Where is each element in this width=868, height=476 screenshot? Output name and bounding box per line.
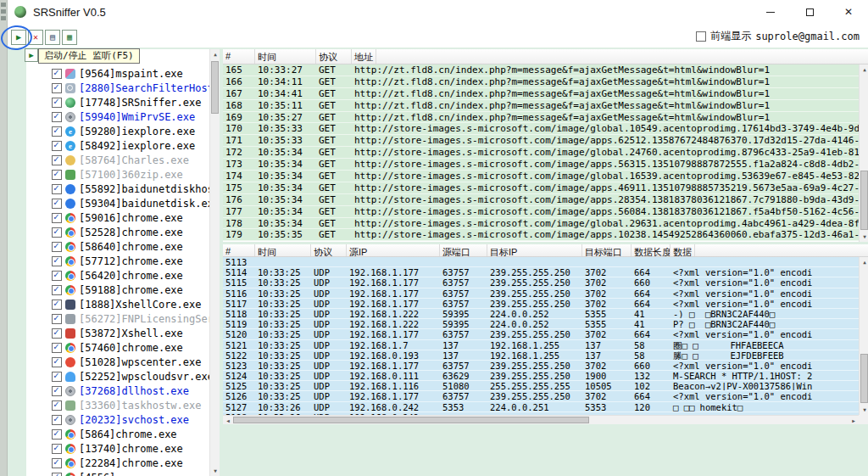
http-row[interactable]: 173 10:35:34 GET http://store-images.s-m… xyxy=(223,159,859,171)
maximize-button[interactable] xyxy=(790,0,829,24)
column-header-time[interactable]: 时间 xyxy=(255,244,311,256)
http-row[interactable]: 178 10:35:34 GET http://store-images.s-m… xyxy=(223,218,859,230)
packet-row[interactable]: 5114 10:33:25 UDP 192.168.1.177 63757 23… xyxy=(223,267,859,277)
scroll-down-icon[interactable] xyxy=(860,405,868,415)
process-checkbox[interactable] xyxy=(52,400,62,411)
http-row[interactable]: 167 10:34:41 GET http://zt.fld8.cn/index… xyxy=(223,88,859,100)
process-item[interactable]: [57100]360zip.exe xyxy=(26,167,220,182)
column-header-src-ip[interactable]: 源IP xyxy=(347,244,440,256)
process-checkbox[interactable] xyxy=(52,69,62,79)
process-checkbox[interactable] xyxy=(52,184,62,194)
http-row[interactable]: 169 10:35:27 GET http://zt.fld8.cn/index… xyxy=(223,112,859,124)
process-item[interactable]: [20232]svchost.exe xyxy=(26,412,220,427)
process-tree-scrollbar[interactable] xyxy=(209,49,220,476)
process-checkbox[interactable] xyxy=(52,141,62,151)
column-header-proto[interactable]: 协议 xyxy=(316,49,352,64)
scroll-up-icon[interactable] xyxy=(210,49,220,59)
scroll-down-icon[interactable] xyxy=(210,466,220,476)
scroll-right-icon[interactable] xyxy=(849,416,859,424)
process-item[interactable]: [17748]SRSniffer.exe xyxy=(26,95,220,109)
process-checkbox[interactable] xyxy=(52,242,62,252)
column-header-url[interactable]: 地址 xyxy=(352,49,376,64)
packet-row[interactable]: 5116 10:33:25 UDP 192.168.1.177 63757 23… xyxy=(223,288,859,299)
process-item[interactable]: [57460]chrome.exe xyxy=(26,340,220,355)
http-table-scrollbar[interactable] xyxy=(859,64,868,242)
process-checkbox[interactable] xyxy=(52,199,62,209)
process-item[interactable]: [56272]FNPLicensingService xyxy=(26,311,220,326)
process-checkbox[interactable] xyxy=(52,429,62,440)
process-checkbox[interactable] xyxy=(52,300,62,310)
process-checkbox[interactable] xyxy=(52,83,62,93)
process-item[interactable]: [58492]iexplore.exe xyxy=(26,138,220,153)
process-item[interactable]: [53872]Xshell.exe xyxy=(26,326,220,340)
process-checkbox[interactable] xyxy=(52,473,62,476)
process-checkbox[interactable] xyxy=(52,126,62,137)
http-row[interactable]: 168 10:35:11 GET http://zt.fld8.cn/index… xyxy=(223,100,859,112)
process-item[interactable]: [59304]baidunetdisk.exe xyxy=(26,196,220,210)
packet-table-hscrollbar[interactable] xyxy=(223,415,859,424)
process-item[interactable]: [22284]chrome.exe xyxy=(26,456,220,470)
frontend-display-checkbox[interactable] xyxy=(696,31,706,42)
process-item[interactable]: [52528]chrome.exe xyxy=(26,225,220,239)
packet-hscroll-thumb[interactable] xyxy=(233,417,589,423)
process-item[interactable]: [52252]wpscloudsvr.exe xyxy=(26,369,220,384)
column-header-dst-port[interactable]: 目标端口 xyxy=(582,244,632,256)
process-checkbox[interactable] xyxy=(52,256,62,266)
column-header-num[interactable]: # xyxy=(223,244,255,256)
packet-row[interactable]: 5124 10:33:25 UDP 192.168.0.111 63629 23… xyxy=(223,371,859,381)
http-row[interactable]: 166 10:34:11 GET http://zt.fld8.cn/index… xyxy=(223,76,859,88)
process-item[interactable]: [58640]chrome.exe xyxy=(26,239,220,254)
save-export-button[interactable]: ▦ xyxy=(62,30,77,45)
process-item[interactable]: [4556] xyxy=(26,470,220,476)
process-item[interactable]: [2880]SearchFilterHost.exe xyxy=(26,81,220,95)
process-checkbox[interactable] xyxy=(52,98,62,108)
http-row[interactable]: 171 10:35:33 GET http://store-images.s-m… xyxy=(223,135,859,147)
column-header-data[interactable]: 数据 xyxy=(670,244,695,256)
column-header-time[interactable]: 时间 xyxy=(255,49,316,64)
process-checkbox[interactable] xyxy=(52,458,62,468)
process-checkbox[interactable] xyxy=(52,155,62,165)
process-item[interactable]: [5864]chrome.exe xyxy=(26,427,220,441)
process-item[interactable]: [33360]taskhostw.exe xyxy=(26,398,220,412)
process-tree-scroll-thumb[interactable] xyxy=(211,61,219,114)
process-item[interactable]: [56420]chrome.exe xyxy=(26,268,220,283)
packet-row[interactable]: 5115 10:33:25 UDP 192.168.1.177 63757 23… xyxy=(223,277,859,288)
process-checkbox[interactable] xyxy=(52,314,62,324)
process-checkbox[interactable] xyxy=(52,372,62,382)
process-checkbox[interactable] xyxy=(52,271,62,281)
process-checkbox[interactable] xyxy=(52,444,62,454)
process-item[interactable]: [55892]baidunetdiskhost.exe xyxy=(26,182,220,196)
process-item[interactable]: [9564]mspaint.exe xyxy=(26,66,220,81)
process-checkbox[interactable] xyxy=(52,227,62,238)
http-row[interactable]: 175 10:35:34 GET http://store-images.s-m… xyxy=(223,182,859,194)
process-checkbox[interactable] xyxy=(52,170,62,180)
packet-row[interactable]: 5127 10:33:26 UDP 192.168.0.242 5353 224… xyxy=(223,402,859,412)
packet-table-vscrollbar[interactable] xyxy=(859,257,868,415)
minimize-button[interactable] xyxy=(751,0,790,24)
process-item[interactable]: [59940]WmiPrvSE.exe xyxy=(26,109,220,124)
column-header-src-port[interactable]: 源端口 xyxy=(440,244,487,256)
scroll-up-icon[interactable] xyxy=(860,64,868,75)
process-item[interactable]: [59188]chrome.exe xyxy=(26,283,220,297)
column-header-proto[interactable]: 协议 xyxy=(311,244,347,256)
process-item[interactable]: [37268]dllhost.exe xyxy=(26,384,220,398)
http-row[interactable]: 174 10:35:34 GET http://store-images.s-m… xyxy=(223,171,859,182)
process-checkbox[interactable] xyxy=(52,112,62,122)
process-checkbox[interactable] xyxy=(52,343,62,353)
packet-vscroll-thumb[interactable] xyxy=(860,354,868,403)
packet-row[interactable]: 5117 10:33:25 UDP 192.168.1.177 63757 23… xyxy=(223,299,859,309)
http-scroll-thumb[interactable] xyxy=(860,171,868,230)
http-row[interactable]: 172 10:35:34 GET http://store-images.s-m… xyxy=(223,147,859,159)
process-item[interactable]: [1888]XshellCore.exe xyxy=(26,297,220,311)
scroll-up-icon[interactable] xyxy=(860,257,868,267)
packet-row[interactable]: 5120 10:33:25 UDP 192.168.1.177 63757 23… xyxy=(223,329,859,339)
column-header-data-len[interactable]: 数据长度 xyxy=(632,244,670,256)
packet-row[interactable]: 5123 10:33:25 UDP 192.168.1.177 63757 23… xyxy=(223,361,859,371)
packet-row[interactable]: 5119 10:33:25 UDP 192.168.1.222 59395 22… xyxy=(223,319,859,329)
column-header-dst-ip[interactable]: 目标IP xyxy=(487,244,582,256)
scroll-left-icon[interactable] xyxy=(223,416,233,424)
scroll-down-icon[interactable] xyxy=(860,232,868,242)
packet-row[interactable]: 5121 10:33:25 UDP 192.168.1.7 137 192.16… xyxy=(223,340,859,350)
http-row[interactable]: 177 10:35:34 GET http://store-images.s-m… xyxy=(223,206,859,218)
process-item[interactable]: [57712]chrome.exe xyxy=(26,254,220,268)
